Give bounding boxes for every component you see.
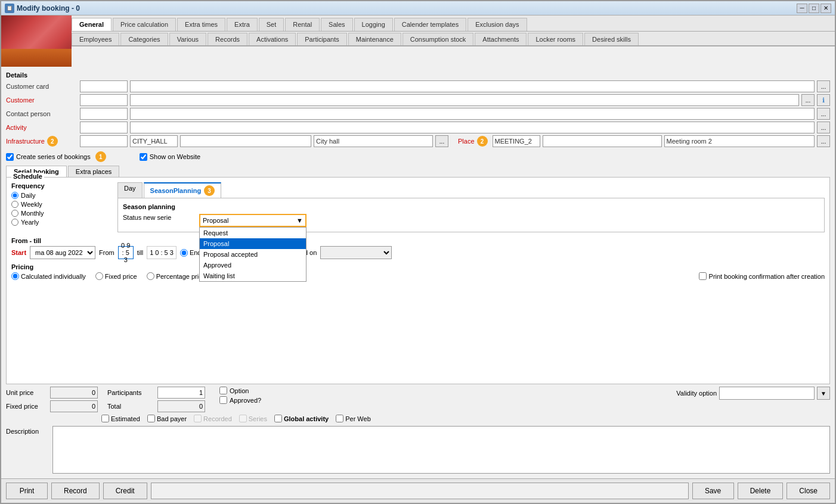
tab-participants[interactable]: Participants [297, 33, 346, 45]
time-from-box[interactable]: 0 9 : 5 3 [118, 246, 134, 259]
pricing-fixed-radio[interactable] [95, 272, 103, 280]
fixed-price-input[interactable] [50, 400, 98, 412]
infrastructure-browse-button[interactable]: ... [435, 135, 448, 147]
pricing-calculated-radio[interactable] [11, 272, 19, 280]
contact-person-name-input[interactable] [130, 108, 815, 120]
unit-price-input[interactable] [50, 387, 98, 399]
place-browse-button[interactable]: ... [817, 135, 830, 147]
tab-calender-templates[interactable]: Calender templates [394, 18, 466, 31]
delete-button[interactable]: Delete [738, 483, 784, 499]
infrastructure-name-input[interactable] [180, 135, 311, 147]
tab-categories[interactable]: Categories [120, 33, 168, 45]
global-activity-check: Global activity [274, 415, 329, 422]
season-content: Season planning Status new serie Proposa… [117, 198, 825, 232]
place-name-input[interactable] [543, 135, 662, 147]
customer-label[interactable]: Customer [6, 97, 78, 104]
end-after-radio[interactable] [180, 249, 188, 257]
show-on-website-label: Show on Website [150, 153, 200, 160]
tab-extra-times[interactable]: Extra times [177, 18, 225, 31]
pricing-percentage-radio[interactable] [147, 272, 154, 280]
bottom-fields-row: Unit price Fixed price Participants Tota… [6, 387, 830, 412]
tab-rental[interactable]: Rental [285, 18, 320, 31]
season-planning-tab[interactable]: SeasonPlanning 3 [144, 182, 222, 198]
tab-locker-rooms[interactable]: Locker rooms [528, 33, 583, 45]
tab-maintenance[interactable]: Maintenance [348, 33, 401, 45]
bad-payer-checkbox[interactable] [147, 415, 155, 422]
per-web-checkbox[interactable] [336, 415, 343, 422]
activity-code-input[interactable] [80, 122, 128, 133]
global-activity-checkbox[interactable] [274, 415, 282, 422]
option-proposal-accepted[interactable]: Proposal accepted [200, 249, 306, 260]
infrastructure-row: Infrastructure 2 CITY_HALL City hall ...… [6, 135, 830, 147]
status-dropdown[interactable]: Proposal ▼ [199, 214, 306, 227]
validity-dropdown-button[interactable]: ▼ [817, 387, 830, 400]
day-tab[interactable]: Day [117, 182, 143, 198]
option-proposal[interactable]: Proposal [200, 238, 306, 249]
customer-browse-button[interactable]: ... [801, 94, 815, 106]
tab-general[interactable]: General [72, 18, 112, 31]
tab-attachments[interactable]: Attachments [475, 33, 527, 45]
customer-card-browse-button[interactable]: ... [817, 80, 830, 92]
infrastructure-code-display: CITY_HALL [130, 135, 178, 147]
end-on-date-select[interactable] [320, 246, 392, 259]
estimated-checkbox[interactable] [101, 415, 109, 422]
series-checkbox[interactable] [239, 415, 247, 422]
place-text: Place [458, 138, 475, 145]
record-button[interactable]: Record [51, 483, 100, 499]
pricing-fixed: Fixed price [95, 272, 137, 280]
infrastructure-label[interactable]: Infrastructure 2 [6, 136, 78, 147]
start-date-select[interactable]: ma 08 aug 2022 [30, 246, 95, 259]
option-waiting-list[interactable]: Waiting list [200, 270, 306, 281]
customer-code-input[interactable] [80, 94, 128, 106]
description-textarea[interactable] [52, 426, 830, 474]
participants-input[interactable] [157, 387, 205, 399]
approved-checkbox[interactable] [219, 396, 227, 404]
close-button[interactable]: ✕ [820, 4, 831, 13]
option-approved[interactable]: Approved [200, 260, 306, 270]
recorded-checkbox[interactable] [194, 415, 202, 422]
tab-price-calculation[interactable]: Price calculation [113, 18, 176, 31]
print-confirm-checkbox[interactable] [699, 272, 707, 280]
customer-card-code-input[interactable] [80, 80, 128, 92]
option-checkbox[interactable] [219, 387, 227, 394]
tab-consumption-stock[interactable]: Consumption stock [402, 33, 474, 45]
participants-row: Participants [107, 387, 205, 399]
credit-button[interactable]: Credit [103, 483, 147, 499]
print-button[interactable]: Print [6, 483, 48, 499]
restore-button[interactable]: □ [809, 4, 819, 13]
radio-monthly-input[interactable] [11, 210, 18, 217]
tab-logging[interactable]: Logging [354, 18, 393, 31]
radio-daily-input[interactable] [11, 192, 18, 199]
place-label[interactable]: Place 2 [458, 136, 488, 147]
radio-yearly-input[interactable] [11, 219, 18, 226]
customer-card-name-input[interactable] [130, 80, 815, 92]
minimize-button[interactable]: ─ [797, 4, 807, 13]
activity-label[interactable]: Activity [6, 124, 78, 131]
activity-browse-button[interactable]: ... [817, 122, 830, 133]
show-on-website-checkbox[interactable] [140, 153, 147, 161]
tab-sales[interactable]: Sales [321, 18, 353, 31]
radio-weekly-input[interactable] [11, 201, 18, 208]
activity-name-input[interactable] [130, 122, 815, 133]
infrastructure-code-input[interactable] [80, 135, 128, 147]
tab-employees[interactable]: Employees [72, 33, 119, 45]
customer-name-input[interactable] [130, 94, 799, 106]
tab-various[interactable]: Various [169, 33, 206, 45]
customer-info-button[interactable]: ℹ [817, 94, 830, 106]
time-till-box[interactable]: 1 0 : 5 3 [147, 246, 177, 259]
option-request[interactable]: Request [200, 228, 306, 238]
validity-option-input[interactable] [719, 387, 815, 400]
tab-desired-skills[interactable]: Desired skills [584, 33, 639, 45]
close-button-footer[interactable]: Close [787, 483, 830, 499]
contact-person-code-input[interactable] [80, 108, 128, 120]
tab-activations[interactable]: Activations [249, 33, 296, 45]
create-series-checkbox[interactable] [6, 153, 14, 161]
total-input[interactable] [157, 400, 205, 412]
contact-person-browse-button[interactable]: ... [817, 108, 830, 120]
tab-records[interactable]: Records [208, 33, 247, 45]
tab-set[interactable]: Set [259, 18, 284, 31]
tab-exclusion-days[interactable]: Exclusion days [467, 18, 527, 31]
inner-tab-extra-places[interactable]: Extra places [68, 166, 120, 177]
tab-extra[interactable]: Extra [227, 18, 258, 31]
save-button[interactable]: Save [692, 483, 734, 499]
